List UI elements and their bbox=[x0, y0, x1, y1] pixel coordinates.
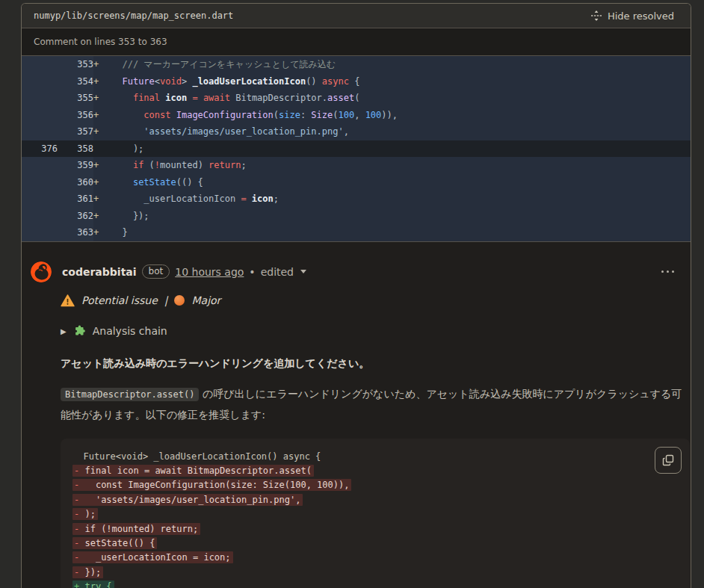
line-number-new[interactable]: 360 bbox=[58, 174, 93, 191]
diff-row: 355+ final icon = await BitmapDescriptor… bbox=[22, 90, 691, 107]
orange-circle-icon bbox=[174, 295, 185, 306]
comment-paragraph: BitmapDescriptor.asset() の呼び出しにエラーハンドリング… bbox=[61, 384, 685, 425]
line-number-new[interactable]: 361 bbox=[58, 191, 93, 208]
warning-triangle-icon bbox=[61, 294, 75, 307]
severity-type-label: Potential issue bbox=[81, 294, 158, 306]
line-number-old[interactable] bbox=[22, 191, 58, 208]
diff-marker: + bbox=[93, 174, 111, 191]
line-number-new[interactable]: 354 bbox=[58, 73, 93, 90]
comment-meta: coderabbitai bot 10 hours ago • edited bbox=[62, 264, 306, 279]
severity-level-label: Major bbox=[191, 294, 220, 306]
suggestion-line: - 'assets/images/user_location_pin.png', bbox=[72, 493, 678, 507]
author-link[interactable]: coderabbitai bbox=[62, 266, 137, 278]
unfold-vertical-icon bbox=[590, 10, 602, 22]
diff-row: 376358 ); bbox=[22, 140, 691, 158]
suggestion-line: - ); bbox=[72, 507, 678, 522]
line-number-old[interactable] bbox=[22, 107, 58, 124]
line-number-old[interactable] bbox=[22, 224, 58, 241]
diff-row: 353+ /// マーカーアイコンをキャッシュとして読み込む bbox=[22, 56, 691, 73]
diff-marker: + bbox=[93, 157, 111, 174]
code-line: final icon = await BitmapDescriptor.asse… bbox=[111, 90, 691, 107]
code-line: }); bbox=[111, 208, 691, 225]
diff-row: 359+ if (!mounted) return; bbox=[22, 157, 691, 174]
diff-marker: + bbox=[93, 90, 111, 107]
analysis-chain-toggle[interactable]: ▶ Analysis chain bbox=[61, 325, 680, 338]
line-number-old[interactable] bbox=[22, 157, 58, 174]
line-number-new[interactable]: 359 bbox=[58, 157, 93, 174]
comment-heading: アセット読み込み時のエラーハンドリングを追加してください。 bbox=[61, 357, 680, 371]
coderabbit-avatar[interactable] bbox=[31, 261, 52, 282]
copy-icon bbox=[662, 454, 674, 466]
diff-marker: + bbox=[93, 107, 111, 124]
comment-body: Potential issue | Major ▶ Analysis chain… bbox=[61, 294, 680, 588]
code-line: Future<void> _loadUserLocationIcon() asy… bbox=[111, 73, 691, 90]
copy-button[interactable] bbox=[655, 447, 682, 474]
edited-label[interactable]: edited bbox=[261, 266, 294, 278]
code-line: /// マーカーアイコンをキャッシュとして読み込む bbox=[111, 56, 691, 73]
suggestion-line: - _userLocationIcon = icon; bbox=[72, 551, 678, 565]
hide-resolved-button[interactable]: Hide resolved bbox=[586, 9, 679, 22]
comment-header: coderabbitai bot 10 hours ago • edited bbox=[31, 261, 680, 282]
hide-resolved-label: Hide resolved bbox=[608, 10, 674, 22]
code-line: if (!mounted) return; bbox=[111, 157, 691, 174]
line-number-new[interactable]: 353 bbox=[58, 56, 93, 73]
diff-row: 356+ const ImageConfiguration(size: Size… bbox=[22, 107, 691, 124]
line-number-new[interactable]: 358 bbox=[58, 140, 93, 158]
suggestion-line: - if (!mounted) return; bbox=[72, 522, 678, 536]
suggestion-line: + try { bbox=[72, 580, 678, 588]
comment-options-button[interactable] bbox=[661, 270, 674, 273]
diff-marker: + bbox=[93, 224, 111, 241]
analysis-chain-label: Analysis chain bbox=[93, 325, 167, 337]
code-line: 'assets/images/user_location_pin.png', bbox=[111, 123, 691, 140]
line-number-old[interactable] bbox=[22, 174, 58, 191]
code-line: ); bbox=[111, 140, 691, 158]
code-line: } bbox=[111, 224, 691, 241]
line-number-old[interactable]: 376 bbox=[22, 140, 58, 158]
diff-row: 361+ _userLocationIcon = icon; bbox=[22, 191, 691, 208]
inline-code: BitmapDescriptor.asset() bbox=[61, 388, 199, 401]
line-number-old[interactable] bbox=[22, 90, 58, 107]
suggestion-line: - final icon = await BitmapDescriptor.as… bbox=[72, 464, 678, 478]
line-number-new[interactable]: 355 bbox=[58, 90, 93, 107]
file-path-link[interactable]: numyp/lib/screens/map/map_screen.dart bbox=[34, 10, 233, 21]
diff-row: 363+ } bbox=[22, 224, 691, 241]
diff-marker: + bbox=[93, 123, 111, 140]
bullet: • bbox=[249, 266, 255, 278]
diff-marker: + bbox=[93, 73, 111, 90]
severity-separator: | bbox=[164, 294, 168, 306]
line-number-new[interactable]: 357 bbox=[58, 123, 93, 140]
suggestion-line: Future<void> _loadUserLocationIcon() asy… bbox=[72, 450, 678, 464]
diff-marker: + bbox=[93, 208, 111, 225]
triangle-right-icon: ▶ bbox=[61, 327, 67, 335]
severity-row: Potential issue | Major bbox=[61, 294, 680, 307]
line-number-new[interactable]: 362 bbox=[58, 208, 93, 225]
file-header: numyp/lib/screens/map/map_screen.dart Hi… bbox=[22, 4, 691, 28]
diff-row: 362+ }); bbox=[22, 208, 691, 225]
line-number-new[interactable]: 363 bbox=[58, 224, 93, 241]
bot-badge: bot bbox=[142, 264, 170, 279]
puzzle-piece-icon bbox=[73, 325, 86, 338]
diff-row: 354+ Future<void> _loadUserLocationIcon(… bbox=[22, 73, 691, 90]
diff-row: 357+ 'assets/images/user_location_pin.pn… bbox=[22, 123, 691, 140]
line-number-old[interactable] bbox=[22, 73, 58, 90]
review-thread: numyp/lib/screens/map/map_screen.dart Hi… bbox=[21, 3, 691, 588]
comment-on-lines-label: Comment on lines 353 to 363 bbox=[22, 28, 691, 56]
suggestion-code: Future<void> _loadUserLocationIcon() asy… bbox=[72, 450, 678, 588]
suggestion-line: - }); bbox=[72, 566, 678, 580]
chevron-down-icon[interactable] bbox=[300, 270, 306, 273]
review-comment: coderabbitai bot 10 hours ago • edited P… bbox=[22, 242, 691, 588]
line-number-new[interactable]: 356 bbox=[58, 107, 93, 124]
suggestion-line: - const ImageConfiguration(size: Size(10… bbox=[72, 478, 678, 492]
diff-hunk: 353+ /// マーカーアイコンをキャッシュとして読み込む354+ Futur… bbox=[22, 56, 691, 242]
code-line: setState(() { bbox=[111, 174, 691, 191]
suggestion-line: - setState(() { bbox=[72, 536, 678, 551]
line-number-old[interactable] bbox=[22, 56, 58, 73]
diff-row: 360+ setState(() { bbox=[22, 174, 691, 191]
diff-marker bbox=[93, 140, 111, 158]
timestamp-link[interactable]: 10 hours ago bbox=[175, 266, 244, 278]
line-number-old[interactable] bbox=[22, 123, 58, 140]
line-number-old[interactable] bbox=[22, 208, 58, 225]
diff-marker: + bbox=[93, 56, 111, 73]
code-line: _userLocationIcon = icon; bbox=[111, 191, 691, 208]
suggestion-code-block: Future<void> _loadUserLocationIcon() asy… bbox=[61, 439, 690, 588]
